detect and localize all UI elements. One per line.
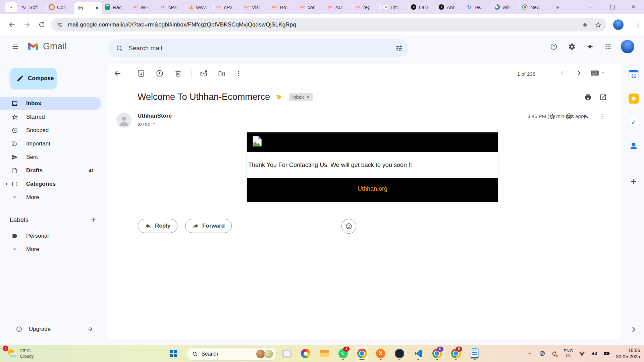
weather-widget[interactable]: 23°C Cloudy [5, 345, 34, 362]
collapse-panel-icon[interactable] [630, 325, 638, 334]
tray-expand-icon[interactable] [526, 350, 533, 357]
language-indicator[interactable]: ENG IN [564, 349, 573, 359]
sender-name[interactable]: UthhanStore [138, 113, 172, 119]
apps-grid-button[interactable] [603, 41, 613, 52]
taskbar-chrome-profile-b-icon[interactable]: B [449, 346, 462, 361]
browser-tab[interactable]: cPWH [130, 0, 158, 14]
new-tab-button[interactable]: + [553, 3, 563, 12]
main-menu-button[interactable] [9, 35, 22, 58]
browser-tab[interactable]: cPreg [353, 0, 381, 14]
browser-tab[interactable]: cPVisi [241, 0, 269, 14]
sidebar-item-personal[interactable]: Personal [0, 229, 101, 243]
search-filter-icon[interactable] [395, 45, 403, 52]
taskbar-file-explorer-icon[interactable] [318, 346, 331, 361]
browser-back-button[interactable] [5, 14, 19, 35]
newer-email-icon[interactable] [559, 69, 566, 77]
browser-tab[interactable]: Wik [492, 0, 520, 14]
open-in-new-icon[interactable] [599, 94, 607, 101]
keep-icon[interactable] [629, 94, 639, 104]
recipient-row[interactable]: to me [138, 121, 156, 127]
browser-profile-avatar[interactable] [613, 19, 624, 30]
browser-menu-button[interactable] [631, 14, 644, 35]
forward-button[interactable]: Forward [185, 219, 232, 233]
report-spam-icon[interactable] [156, 69, 164, 77]
taskbar-xampp-icon[interactable]: X [374, 346, 387, 361]
browser-tab-active[interactable]: ✕ [74, 2, 102, 14]
upgrade-row[interactable]: Upgrade [0, 322, 101, 336]
browser-tab[interactable]: cPHor [269, 0, 297, 14]
reading-mode-icon[interactable]: ◈ [582, 21, 587, 28]
browser-tab[interactable]: cPcPa [214, 0, 241, 14]
browser-tab[interactable]: ∿Soft [19, 0, 47, 14]
site-info-icon[interactable] [56, 21, 63, 28]
reply-icon[interactable] [582, 113, 589, 120]
print-icon[interactable] [584, 94, 592, 101]
settings-button[interactable] [567, 41, 577, 52]
more-options-icon[interactable] [234, 69, 243, 77]
start-button[interactable] [168, 348, 179, 359]
sidebar-item-drafts[interactable]: Drafts41 [0, 164, 101, 177]
star-email-icon[interactable] [549, 113, 556, 120]
battery-icon[interactable] [603, 350, 610, 357]
older-email-icon[interactable] [575, 69, 583, 77]
emoji-reaction-icon[interactable] [566, 113, 573, 120]
gemini-button[interactable] [585, 41, 595, 52]
mark-unread-icon[interactable] [200, 69, 208, 77]
minimize-icon[interactable] [589, 7, 593, 7]
create-label-icon[interactable] [89, 216, 97, 224]
close-icon[interactable]: ✕ [631, 4, 636, 10]
delete-icon[interactable] [174, 69, 182, 77]
sidebar-item-inbox[interactable]: Inbox [0, 97, 101, 110]
expand-triangle-icon[interactable] [5, 182, 9, 186]
browser-tab[interactable]: ✳Intr [381, 0, 409, 14]
compose-button[interactable]: Compose [10, 68, 57, 89]
browser-tab[interactable]: cPcPa [158, 0, 186, 14]
browser-tab[interactable]: cPcon [297, 0, 325, 14]
message-more-icon[interactable] [598, 113, 606, 120]
browser-tab[interactable]: ↻reC [464, 0, 492, 14]
taskbar-clock[interactable]: 16:06 30-05-2025 [616, 347, 640, 359]
volume-icon[interactable] [591, 350, 598, 357]
importance-marker-icon[interactable] [275, 95, 283, 100]
input-tools-button[interactable] [590, 70, 605, 76]
browser-reload-button[interactable] [35, 14, 48, 35]
browser-tab[interactable]: www [186, 0, 214, 14]
help-button[interactable]: ? [548, 41, 559, 52]
sidebar-item-categories[interactable]: Categories [0, 177, 101, 191]
contacts-icon[interactable] [629, 141, 639, 151]
sidebar-item-more[interactable]: More [0, 191, 101, 204]
details-caret-icon[interactable] [152, 122, 156, 126]
tab-search-button[interactable] [5, 2, 17, 12]
taskbar-whatsapp-icon[interactable]: 1 [337, 346, 350, 361]
sync-update-icon[interactable] [551, 350, 558, 357]
taskbar-photos-app-icon[interactable] [280, 346, 293, 361]
browser-tab[interactable]: New [520, 0, 548, 14]
reply-button[interactable]: Reply [138, 219, 177, 233]
move-to-icon[interactable] [218, 69, 226, 77]
inbox-label-chip[interactable]: Inbox [289, 93, 313, 101]
sidebar-item-more[interactable]: More [0, 243, 101, 256]
sidebar-item-important[interactable]: Important [0, 137, 101, 150]
taskbar-search[interactable]: Search [187, 347, 277, 361]
calendar-icon[interactable]: 31 [629, 70, 639, 80]
taskbar-chrome-profile-r-icon[interactable]: R [431, 346, 443, 361]
archive-icon[interactable] [137, 69, 145, 77]
bookmark-star-icon[interactable] [595, 21, 602, 28]
back-to-inbox-icon[interactable] [114, 69, 122, 77]
tasks-icon[interactable]: ✓ [629, 117, 639, 127]
taskbar-dark-round-app-icon[interactable] [393, 346, 406, 361]
browser-tab[interactable]: Con [47, 0, 74, 14]
sidebar-item-sent[interactable]: Sent [0, 150, 101, 164]
do-not-disturb-icon[interactable] [539, 350, 545, 357]
browser-tab[interactable]: Rad [102, 0, 130, 14]
sidebar-item-snoozed[interactable]: Snoozed [0, 124, 101, 137]
uthhan-link[interactable]: Uthhan.org [358, 185, 387, 192]
add-addon-icon[interactable] [630, 178, 638, 186]
browser-tab[interactable]: ✳Ann [436, 0, 464, 14]
browser-tab[interactable]: ✳Lara [409, 0, 436, 14]
add-reaction-button[interactable] [341, 219, 356, 234]
taskbar-chrome-icon[interactable] [356, 346, 368, 361]
taskbar-vscode-icon[interactable] [412, 346, 425, 361]
sender-avatar[interactable] [116, 113, 131, 128]
browser-tab[interactable]: cPAut [325, 0, 353, 14]
